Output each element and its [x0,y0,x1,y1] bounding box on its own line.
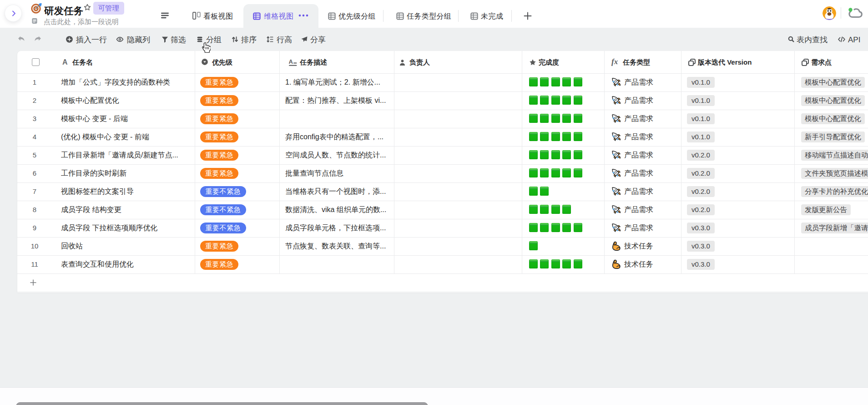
svg-text:A: A [289,59,293,65]
